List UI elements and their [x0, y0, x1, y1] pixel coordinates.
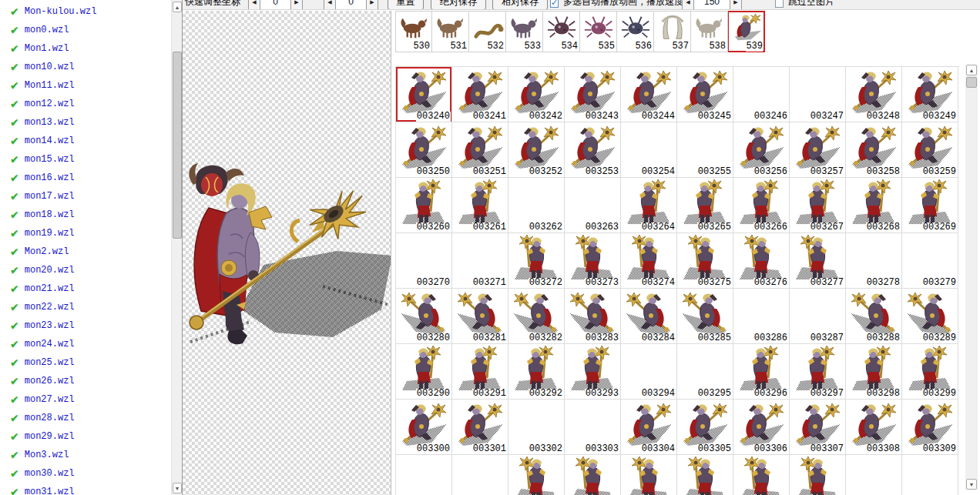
grid-cell-003293[interactable]: 003293: [565, 344, 621, 400]
grid-cell-003250[interactable]: 003250: [396, 122, 452, 178]
grid-cell-003280[interactable]: 003280: [396, 289, 452, 344]
grid-cell-003266[interactable]: 003266: [733, 178, 790, 233]
file-list-item[interactable]: ✔mon20.wzl: [0, 261, 171, 279]
grid-cell-003301[interactable]: 003301: [452, 400, 508, 455]
grid-cell-empty[interactable]: [846, 455, 902, 495]
spin-left-icon[interactable]: ◀: [324, 0, 336, 10]
file-list-item[interactable]: ✔mon31.wzl: [0, 483, 171, 495]
grid-cell-003247[interactable]: 003247: [790, 67, 846, 122]
grid-cell-003295[interactable]: 003295: [677, 344, 733, 400]
grid-cell-003258[interactable]: 003258: [846, 122, 902, 178]
file-list-item[interactable]: ✔mon14.wzl: [0, 132, 171, 150]
anim-thumb-531[interactable]: 531: [432, 11, 469, 52]
file-list-item[interactable]: ✔Mon2.wzl: [0, 242, 171, 261]
grid-cell-003256[interactable]: 003256: [733, 122, 790, 178]
grid-cell-003282[interactable]: 003282: [508, 289, 565, 344]
grid-cell-003260[interactable]: 003260: [396, 178, 452, 233]
offset-x-value[interactable]: 0: [260, 0, 290, 10]
reset-button[interactable]: 重置: [388, 0, 424, 10]
skip-empty-checkbox[interactable]: ✓: [775, 0, 784, 8]
file-list-item[interactable]: ✔mon10.wzl: [0, 58, 171, 76]
grid-cell-003254[interactable]: 003254: [621, 122, 677, 178]
anim-thumb-538[interactable]: 538: [691, 11, 728, 52]
grid-cell-003257[interactable]: 003257: [790, 122, 846, 178]
file-list-item[interactable]: ✔mon21.wzl: [0, 279, 171, 298]
anim-thumb-539[interactable]: 539: [728, 11, 765, 52]
file-list-item[interactable]: ✔mon0.wzl: [0, 21, 171, 39]
grid-cell-003249[interactable]: 003249: [902, 67, 958, 122]
grid-scrollbar[interactable]: ▲ ▼: [965, 65, 978, 490]
speed-value[interactable]: 150: [694, 0, 730, 10]
grid-cell-003246[interactable]: 003246: [733, 67, 790, 122]
grid-cell-003281[interactable]: 003281: [452, 289, 508, 344]
anim-thumb-530[interactable]: 530: [395, 11, 432, 52]
file-list-item[interactable]: ✔mon12.wzl: [0, 95, 171, 113]
grid-cell-003289[interactable]: 003289: [902, 289, 958, 344]
grid-cell-003303[interactable]: 003303: [565, 400, 621, 455]
file-list-item[interactable]: ✔mon24.wzl: [0, 335, 171, 353]
spin-right-icon[interactable]: ▶: [366, 0, 378, 10]
grid-cell-003304[interactable]: 003304: [621, 400, 677, 455]
scroll-down-icon[interactable]: ▼: [966, 479, 977, 490]
grid-cell-003273[interactable]: 003273: [565, 233, 621, 289]
grid-cell-003255[interactable]: 003255: [677, 122, 733, 178]
file-list-item[interactable]: ✔Mon3.wzl: [0, 446, 171, 464]
autoplay-checkbox[interactable]: ✓: [550, 0, 559, 8]
grid-cell-003275[interactable]: 003275: [677, 233, 733, 289]
anim-thumb-532[interactable]: 532: [469, 11, 506, 52]
file-list-item[interactable]: ✔mon27.wzl: [0, 390, 171, 409]
anim-thumb-536[interactable]: 536: [617, 11, 654, 52]
grid-cell-003277[interactable]: 003277: [790, 233, 846, 289]
anim-thumb-537[interactable]: 537: [654, 11, 691, 52]
file-list-scrollbar[interactable]: ▲ ▼: [171, 0, 182, 495]
grid-cell-003269[interactable]: 003269: [902, 178, 958, 233]
grid-cell-003242[interactable]: 003242: [508, 67, 565, 122]
grid-cell-003262[interactable]: 003262: [508, 178, 565, 233]
grid-cell-003264[interactable]: 003264: [621, 178, 677, 233]
grid-cell-003274[interactable]: 003274: [621, 233, 677, 289]
grid-cell-003263[interactable]: 003263: [565, 178, 621, 233]
grid-cell-003292[interactable]: 003292: [508, 344, 565, 400]
spin-left-icon[interactable]: ◀: [248, 0, 260, 10]
grid-cell-003284[interactable]: 003284: [621, 289, 677, 344]
grid-cell-003306[interactable]: 003306: [733, 400, 790, 455]
file-list-item[interactable]: ✔mon13.wzl: [0, 113, 171, 132]
grid-cell-003308[interactable]: 003308: [846, 400, 902, 455]
grid-cell-003307[interactable]: 003307: [790, 400, 846, 455]
grid-cell-003271[interactable]: 003271: [452, 233, 508, 289]
grid-cell-003302[interactable]: 003302: [508, 400, 565, 455]
grid-cell-003283[interactable]: 003283: [565, 289, 621, 344]
grid-cell-003290[interactable]: 003290: [396, 344, 452, 400]
file-list-item[interactable]: ✔mon19.wzl: [0, 224, 171, 242]
file-list-item[interactable]: ✔mon17.wzl: [0, 187, 171, 206]
grid-cell-003296[interactable]: 003296: [733, 344, 790, 400]
file-list-item[interactable]: ✔mon18.wzl: [0, 206, 171, 224]
sprite-preview-pane[interactable]: [183, 11, 391, 495]
scrollbar-thumb[interactable]: [173, 52, 182, 239]
save-relative-button[interactable]: 相对保存: [492, 0, 548, 10]
grid-cell-003240[interactable]: 003240: [396, 67, 452, 122]
scroll-up-icon[interactable]: ▲: [966, 65, 977, 75]
grid-cell-empty[interactable]: [452, 455, 508, 495]
grid-cell-003265[interactable]: 003265: [677, 178, 733, 233]
spin-right-icon[interactable]: ▶: [730, 0, 742, 10]
grid-cell-003279[interactable]: 003279: [902, 233, 958, 289]
file-list-item[interactable]: ✔mon16.wzl: [0, 169, 171, 187]
grid-cell-003297[interactable]: 003297: [790, 344, 846, 400]
grid-cell-003285[interactable]: 003285: [677, 289, 733, 344]
grid-cell-003299[interactable]: 003299: [902, 344, 958, 400]
grid-cell-003243[interactable]: 003243: [565, 67, 621, 122]
grid-cell-003259[interactable]: 003259: [902, 122, 958, 178]
grid-cell-003300[interactable]: 003300: [396, 400, 452, 455]
file-list-item[interactable]: ✔mon30.wzl: [0, 464, 171, 483]
scrollbar-thumb[interactable]: [966, 77, 977, 88]
file-list-item[interactable]: ✔mon29.wzl: [0, 427, 171, 446]
grid-cell-003272[interactable]: 003272: [508, 233, 565, 289]
file-list-item[interactable]: ✔Mon11.wzl: [0, 76, 171, 95]
anim-thumb-534[interactable]: 534: [543, 11, 580, 52]
grid-cell-003261[interactable]: 003261: [452, 178, 508, 233]
file-list-item[interactable]: ✔mon23.wzl: [0, 316, 171, 335]
file-list-item[interactable]: ✔mon26.wzl: [0, 372, 171, 390]
grid-cell-empty[interactable]: [733, 455, 790, 495]
scroll-up-icon[interactable]: ▲: [173, 2, 182, 12]
